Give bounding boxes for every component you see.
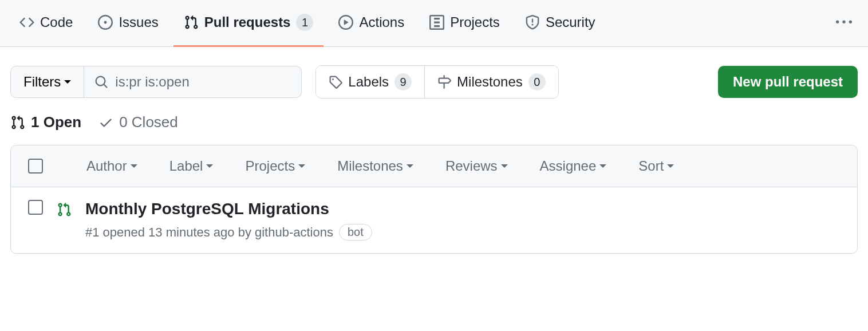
filter-reviews[interactable]: Reviews (445, 158, 508, 174)
caret-down-icon (298, 164, 305, 171)
caret-down-icon (599, 164, 606, 171)
repo-nav: Code Issues Pull requests 1 Actions Proj… (0, 0, 868, 47)
nav-projects[interactable]: Projects (419, 0, 510, 47)
new-pull-request-button[interactable]: New pull request (718, 66, 858, 98)
caret-down-icon (131, 164, 137, 171)
labels-milestones-group: Labels 9 Milestones 0 (315, 65, 558, 98)
pull-request-icon (184, 15, 199, 30)
caret-down-icon (206, 164, 213, 171)
nav-pull-requests[interactable]: Pull requests 1 (173, 0, 324, 47)
toolbar: Filters Labels 9 Milestones 0 New pull r… (0, 47, 868, 108)
nav-security[interactable]: Security (515, 0, 606, 47)
check-icon (98, 115, 113, 130)
nav-issues-label: Issues (119, 14, 158, 30)
caret-down-icon (407, 164, 413, 171)
filters-label: Filters (23, 74, 61, 90)
caret-down-icon (501, 164, 508, 171)
filter-label[interactable]: Label (169, 158, 214, 174)
nav-pr-label: Pull requests (204, 14, 291, 30)
table-icon (429, 15, 444, 30)
pr-title[interactable]: Monthly PostgreSQL Migrations (85, 200, 840, 218)
row-checkbox[interactable] (28, 200, 43, 215)
nav-projects-label: Projects (450, 14, 500, 30)
code-icon (19, 15, 34, 30)
nav-code[interactable]: Code (9, 0, 83, 47)
nav-actions[interactable]: Actions (328, 0, 415, 47)
nav-code-label: Code (40, 14, 73, 30)
pr-meta: #1 opened 13 minutes ago by github-actio… (85, 224, 840, 241)
labels-label: Labels (348, 74, 389, 90)
filter-milestones[interactable]: Milestones (337, 158, 413, 174)
tag-icon (329, 75, 342, 89)
caret-down-icon (64, 80, 71, 87)
bot-badge: bot (339, 224, 372, 241)
select-all-checkbox[interactable] (28, 159, 43, 174)
milestones-button[interactable]: Milestones 0 (424, 66, 558, 98)
pull-request-icon (10, 115, 25, 130)
list-item[interactable]: Monthly PostgreSQL Migrations #1 opened … (11, 187, 857, 253)
kebab-icon (836, 14, 852, 30)
status-closed-label: 0 Closed (119, 113, 178, 131)
milestones-label: Milestones (457, 74, 523, 90)
nav-security-label: Security (546, 14, 595, 30)
play-icon (338, 15, 353, 30)
labels-count: 9 (394, 73, 412, 90)
filter-author[interactable]: Author (86, 158, 137, 174)
list-header: Author Label Projects Milestones Reviews… (11, 145, 857, 187)
filters-search-group: Filters (10, 66, 302, 98)
search-box[interactable] (84, 66, 302, 98)
nav-pr-count: 1 (296, 14, 313, 31)
shield-icon (525, 15, 540, 30)
caret-down-icon (667, 164, 674, 171)
search-icon (94, 75, 108, 89)
nav-issues[interactable]: Issues (88, 0, 168, 47)
nav-overflow-menu[interactable] (829, 7, 859, 40)
status-open[interactable]: 1 Open (10, 113, 81, 131)
status-closed[interactable]: 0 Closed (98, 113, 178, 131)
pr-list: Author Label Projects Milestones Reviews… (10, 145, 858, 254)
milestones-count: 0 (528, 73, 546, 90)
pull-request-open-icon (57, 202, 72, 219)
column-filters: Author Label Projects Milestones Reviews… (86, 158, 840, 174)
milestone-icon (437, 75, 451, 89)
status-open-label: 1 Open (31, 113, 81, 131)
filter-projects[interactable]: Projects (245, 158, 305, 174)
pr-meta-text: #1 opened 13 minutes ago by github-actio… (85, 225, 333, 240)
filter-assignee[interactable]: Assignee (540, 158, 607, 174)
status-tabs: 1 Open 0 Closed (0, 108, 868, 145)
filter-sort[interactable]: Sort (638, 158, 674, 174)
nav-actions-label: Actions (359, 14, 404, 30)
issue-icon (98, 15, 113, 30)
row-content: Monthly PostgreSQL Migrations #1 opened … (85, 200, 840, 241)
labels-button[interactable]: Labels 9 (316, 66, 424, 98)
filters-button[interactable]: Filters (10, 66, 84, 98)
search-input[interactable] (115, 74, 291, 90)
